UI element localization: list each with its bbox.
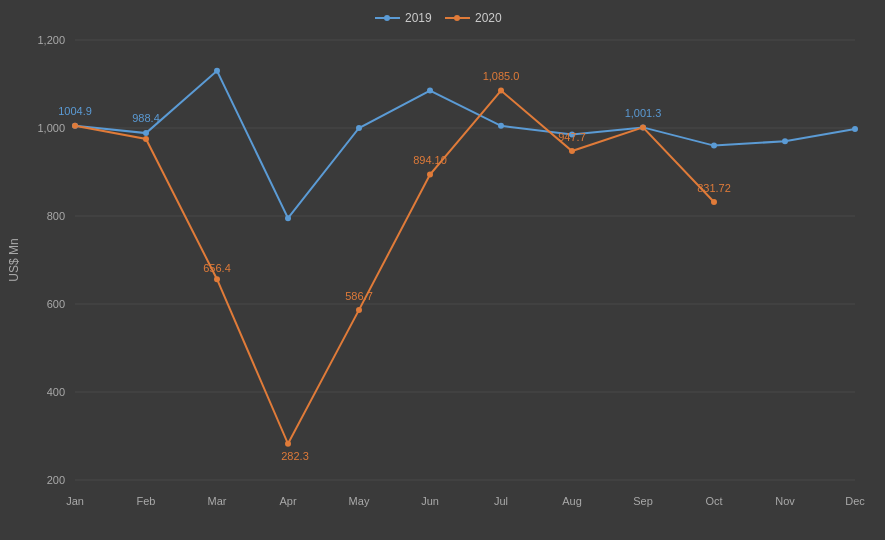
point-2019-nov (782, 138, 788, 144)
chart-container: 200 400 600 800 1,000 1,200 US$ Mn Jan F… (0, 0, 885, 540)
point-2020-feb (143, 136, 149, 142)
x-label-dec: Dec (845, 495, 865, 507)
label-2019-sep: 1,001.3 (625, 107, 662, 119)
point-2019-mar (214, 68, 220, 74)
x-label-jul: Jul (494, 495, 508, 507)
x-label-nov: Nov (775, 495, 795, 507)
point-2020-may (356, 307, 362, 313)
x-label-apr: Apr (279, 495, 296, 507)
svg-rect-0 (0, 0, 885, 540)
point-2020-mar (214, 276, 220, 282)
point-2020-jul (498, 88, 504, 94)
x-label-aug: Aug (562, 495, 582, 507)
point-2020-jun (427, 172, 433, 178)
y-label-800: 800 (47, 210, 65, 222)
legend-label-2020: 2020 (475, 11, 502, 25)
y-label-1000: 1,000 (37, 122, 65, 134)
chart-svg: 200 400 600 800 1,000 1,200 US$ Mn Jan F… (0, 0, 885, 540)
legend-label-2019: 2019 (405, 11, 432, 25)
label-2019-feb: 988.4 (132, 112, 160, 124)
y-axis-title: US$ Mn (7, 238, 21, 281)
point-2019-may (356, 125, 362, 131)
y-label-200: 200 (47, 474, 65, 486)
y-label-1200: 1,200 (37, 34, 65, 46)
label-2020-oct: 831.72 (697, 182, 731, 194)
x-label-jun: Jun (421, 495, 439, 507)
x-label-may: May (349, 495, 370, 507)
x-label-oct: Oct (705, 495, 722, 507)
point-2020-jan (72, 123, 78, 129)
label-2020-jun: 894.10 (413, 154, 447, 166)
label-2020-jul: 1,085.0 (483, 70, 520, 82)
point-2020-aug (569, 148, 575, 154)
x-label-jan: Jan (66, 495, 84, 507)
point-2019-apr (285, 215, 291, 221)
point-2020-sep (640, 124, 646, 130)
label-2019-jan: 1004.9 (58, 105, 92, 117)
point-2019-jun (427, 88, 433, 94)
label-2020-may: 586.7 (345, 290, 373, 302)
x-label-feb: Feb (137, 495, 156, 507)
x-label-mar: Mar (208, 495, 227, 507)
point-2019-feb (143, 130, 149, 136)
point-2019-dec (852, 126, 858, 132)
legend-dot-2019 (384, 15, 390, 21)
label-2020-apr: 282.3 (281, 450, 309, 462)
point-2020-apr (285, 441, 291, 447)
label-2020-aug: 947.7 (558, 131, 586, 143)
point-2019-oct (711, 143, 717, 149)
y-label-400: 400 (47, 386, 65, 398)
y-label-600: 600 (47, 298, 65, 310)
point-2019-jul (498, 123, 504, 129)
label-2020-mar: 656.4 (203, 262, 231, 274)
x-label-sep: Sep (633, 495, 653, 507)
legend-dot-2020 (454, 15, 460, 21)
point-2020-oct (711, 199, 717, 205)
